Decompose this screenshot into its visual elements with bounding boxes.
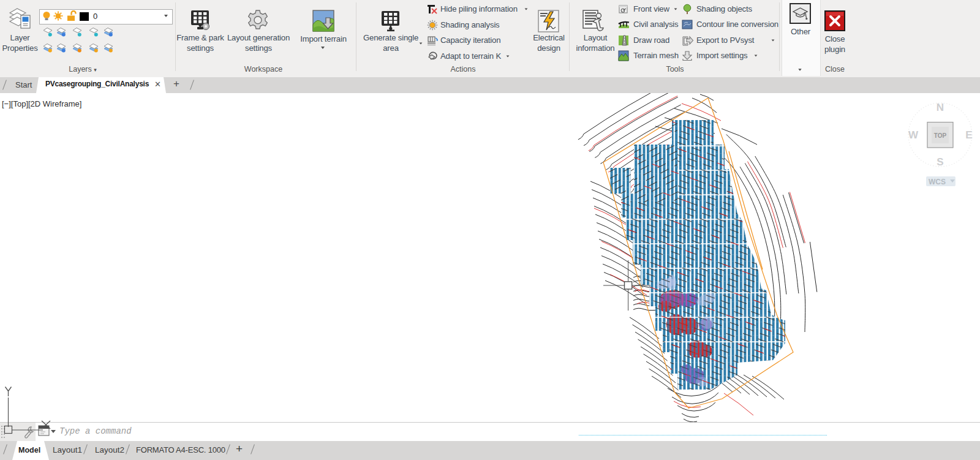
svg-text:S: S (937, 156, 943, 168)
svg-text:W: W (908, 129, 919, 141)
svg-text:WCS: WCS (929, 178, 946, 186)
svg-text:TOP: TOP (934, 132, 947, 139)
svg-text:E: E (965, 129, 972, 141)
svg-text:N: N (937, 102, 944, 113)
